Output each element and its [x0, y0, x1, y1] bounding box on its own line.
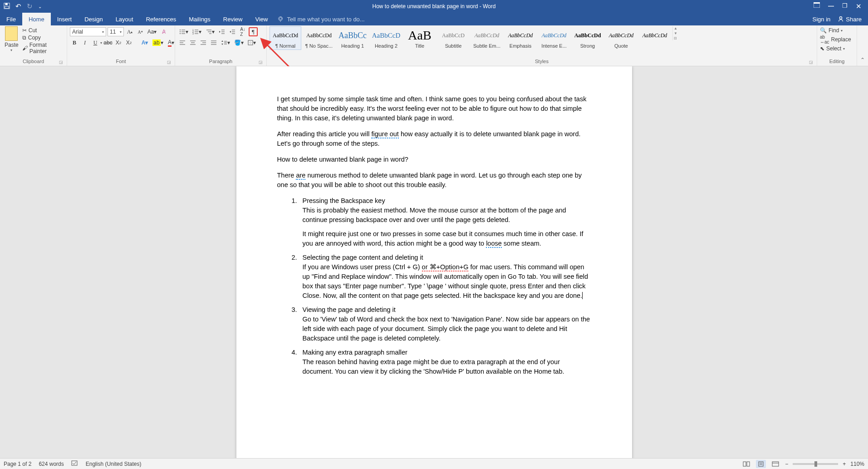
svg-point-8	[840, 17, 842, 19]
style-quote[interactable]: AaBbCcDdQuote	[605, 26, 637, 50]
redo-icon[interactable]: ↻	[27, 2, 33, 10]
align-right-button[interactable]	[199, 38, 208, 47]
brush-icon: 🖌	[22, 45, 28, 51]
highlight-button[interactable]: ab▾	[152, 38, 164, 47]
grow-font-button[interactable]: A▴	[125, 27, 134, 36]
svg-text:2: 2	[192, 30, 194, 33]
increase-indent-button[interactable]	[228, 27, 237, 36]
group-clipboard: Paste ▾ ✂Cut ⧉Copy 🖌Format Painter Clipb…	[0, 25, 67, 66]
paste-button[interactable]: Paste ▾	[3, 26, 20, 52]
select-button[interactable]: ⬉Select ▾	[820, 45, 851, 52]
tab-layout[interactable]: Layout	[109, 13, 140, 25]
close-icon[interactable]: ✕	[856, 2, 862, 10]
italic-button[interactable]: I	[80, 38, 89, 47]
multilevel-list-button[interactable]: ▾	[204, 27, 216, 36]
group-font: Arial▾ 11▾ A▴ A▾ Aa▾ A̷ B I U▾ abc X2 X2…	[67, 25, 175, 66]
search-icon: 🔍	[820, 27, 827, 34]
svg-rect-2	[5, 6, 9, 8]
styles-launcher-icon[interactable]: ◲	[809, 60, 813, 64]
tab-design[interactable]: Design	[78, 13, 109, 25]
style-heading-1[interactable]: AaBbCcHeading 1	[337, 26, 368, 50]
bullets-button[interactable]: ▾	[178, 27, 190, 36]
font-size-select[interactable]: 11▾	[108, 27, 124, 36]
justify-button[interactable]	[209, 38, 218, 47]
font-name-select[interactable]: Arial▾	[70, 27, 106, 36]
find-button[interactable]: 🔍Find ▾	[820, 27, 851, 34]
align-center-button[interactable]	[188, 38, 197, 47]
svg-point-9	[180, 30, 181, 30]
sign-in-link[interactable]: Sign in	[813, 16, 831, 23]
sort-button[interactable]: A↓Z	[238, 27, 247, 36]
ribbon-tabs: File Home Insert Design Layout Reference…	[0, 13, 868, 25]
tab-references[interactable]: References	[140, 13, 182, 25]
ribbon: Paste ▾ ✂Cut ⧉Copy 🖌Format Painter Clipb…	[0, 25, 868, 66]
qat-customize-icon[interactable]: ⌄	[38, 4, 42, 9]
paragraph-launcher-icon[interactable]: ◲	[259, 60, 263, 64]
numbering-button[interactable]: 123▾	[191, 27, 203, 36]
clipboard-launcher-icon[interactable]: ◲	[59, 60, 63, 64]
replace-button[interactable]: ab↔acReplace	[820, 35, 851, 44]
strikethrough-button[interactable]: abc	[103, 38, 113, 47]
eraser-icon: A̷	[162, 29, 166, 35]
decrease-indent-button[interactable]	[217, 27, 226, 36]
window-title: How to delete unwanted blank page in wor…	[373, 3, 496, 10]
clear-formatting-button[interactable]: A̷	[159, 27, 168, 36]
style-heading-2[interactable]: AaBbCcDHeading 2	[370, 26, 402, 50]
style--normal[interactable]: AaBbCcDd¶ Normal	[270, 26, 301, 50]
tab-file[interactable]: File	[0, 13, 22, 25]
style-emphasis[interactable]: AaBbCcDdEmphasis	[505, 26, 536, 50]
tab-home[interactable]: Home	[22, 13, 51, 25]
style-title[interactable]: AaBTitle	[404, 26, 436, 50]
style-subtle-em-[interactable]: AaBbCcDdSubtle Em...	[471, 26, 503, 50]
cursor-icon: ⬉	[820, 45, 824, 52]
replace-icon: ab↔ac	[820, 35, 829, 44]
svg-point-5	[280, 18, 282, 20]
line-spacing-button[interactable]: ▾	[220, 38, 231, 47]
svg-text:1: 1	[192, 29, 194, 31]
svg-point-11	[180, 31, 181, 32]
style-intense-e-[interactable]: AaBbCcDdIntense E...	[538, 26, 570, 50]
bold-button[interactable]: B	[70, 38, 79, 47]
tab-view[interactable]: View	[249, 13, 274, 25]
style-subtitle[interactable]: AaBbCcDSubtitle	[437, 26, 469, 50]
underline-button[interactable]: U	[91, 38, 100, 47]
tell-me-placeholder: Tell me what you want to do...	[287, 16, 364, 23]
style--no-spac-[interactable]: AaBbCcDd¶ No Spac...	[303, 26, 335, 50]
copy-icon: ⧉	[22, 35, 26, 41]
ribbon-display-options-icon[interactable]	[814, 2, 820, 10]
tab-mailings[interactable]: Mailings	[182, 13, 217, 25]
cut-button[interactable]: ✂Cut	[22, 27, 64, 34]
style-item[interactable]: AaBbCcDd	[639, 26, 671, 44]
text-effects-button[interactable]: A▾	[139, 38, 151, 47]
shading-button[interactable]: 🪣▾	[233, 38, 245, 47]
collapse-ribbon-button[interactable]: ⌃	[857, 25, 868, 66]
shrink-font-button[interactable]: A▾	[136, 27, 145, 36]
styles-more-icon[interactable]: ⊟	[674, 36, 677, 40]
group-editing: 🔍Find ▾ ab↔acReplace ⬉Select ▾ Editing	[817, 25, 857, 66]
align-left-button[interactable]	[178, 38, 187, 47]
save-icon[interactable]	[4, 3, 10, 10]
tab-review[interactable]: Review	[217, 13, 249, 25]
tell-me-search[interactable]: Tell me what you want to do...	[274, 13, 812, 25]
format-painter-button[interactable]: 🖌Format Painter	[22, 42, 64, 54]
maximize-icon[interactable]: ❐	[842, 2, 848, 10]
show-hide-pilcrow-button[interactable]: ¶	[249, 27, 258, 36]
svg-rect-45	[248, 40, 253, 45]
style-strong[interactable]: AaBbCcDdStrong	[572, 26, 603, 50]
minimize-icon[interactable]: —	[828, 2, 834, 10]
title-bar: ↶ ↻ ⌄ How to delete unwanted blank page …	[0, 0, 868, 13]
styles-up-icon[interactable]: ▲	[674, 26, 677, 30]
copy-button[interactable]: ⧉Copy	[22, 35, 64, 41]
subscript-button[interactable]: X2	[114, 38, 123, 47]
undo-icon[interactable]: ↶	[15, 2, 21, 10]
styles-down-icon[interactable]: ▼	[674, 31, 677, 35]
borders-button[interactable]: ▾	[246, 38, 258, 47]
font-launcher-icon[interactable]: ◲	[167, 60, 171, 64]
change-case-button[interactable]: Aa▾	[146, 27, 158, 36]
tab-insert[interactable]: Insert	[51, 13, 78, 25]
share-button[interactable]: Share	[838, 16, 862, 23]
superscript-button[interactable]: X2	[124, 38, 133, 47]
group-paragraph: ▾ 123▾ ▾ A↓Z ¶ ▾ 🪣▾ ▾	[175, 25, 267, 66]
quick-access-toolbar: ↶ ↻ ⌄	[0, 2, 42, 10]
group-styles: AaBbCcDd¶ NormalAaBbCcDd¶ No Spac...AaBb…	[267, 25, 817, 66]
